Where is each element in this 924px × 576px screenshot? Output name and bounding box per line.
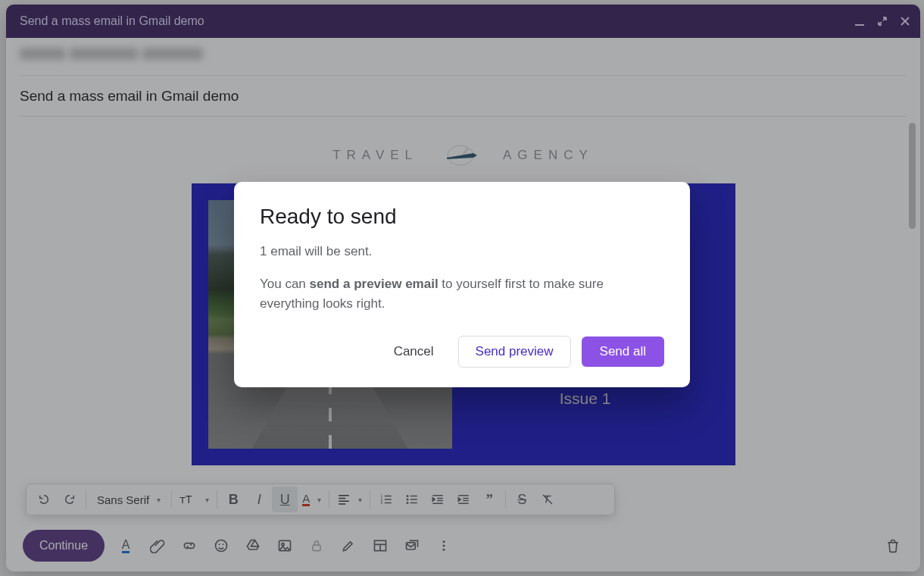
ready-to-send-modal: Ready to send 1 email will be sent. You … xyxy=(234,182,690,387)
modal-count-line: 1 email will be sent. xyxy=(260,244,664,259)
modal-preview-line: You can send a preview email to yourself… xyxy=(260,274,664,313)
send-all-button[interactable]: Send all xyxy=(582,337,664,367)
cancel-button[interactable]: Cancel xyxy=(380,337,448,367)
send-preview-button[interactable]: Send preview xyxy=(458,336,571,368)
modal-title: Ready to send xyxy=(260,205,664,229)
